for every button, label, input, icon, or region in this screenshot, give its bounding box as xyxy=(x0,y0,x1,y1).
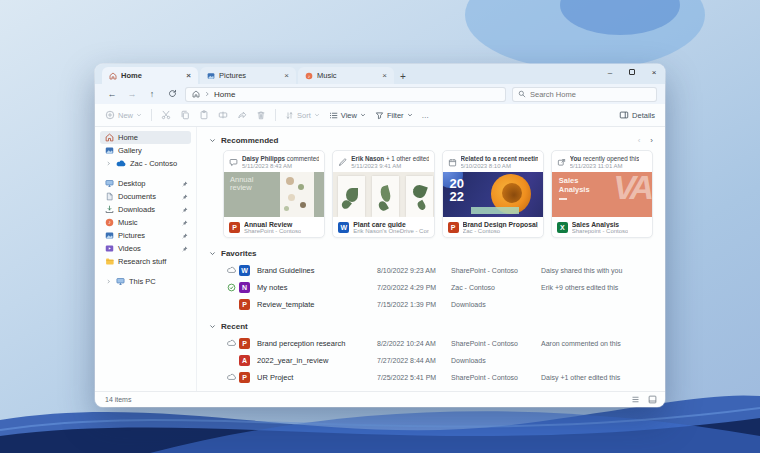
powerpoint-file-icon: P xyxy=(448,222,459,233)
tab-pictures[interactable]: Pictures × xyxy=(200,67,296,84)
file-name: Plant care guide xyxy=(353,221,428,228)
filter-icon xyxy=(375,111,384,120)
file-name: Brand Guidelines xyxy=(257,266,377,275)
tab-music[interactable]: ♪ Music × xyxy=(298,67,394,84)
sidebar-item-label: Desktop xyxy=(118,179,146,188)
sidebar-item-onedrive[interactable]: Zac - Contoso xyxy=(100,157,191,170)
refresh-button[interactable] xyxy=(165,89,179,100)
sidebar-separator xyxy=(95,170,196,177)
sidebar-item-label: Research stuff xyxy=(118,257,166,266)
navigation-pane: Home Gallery Zac - Contoso xyxy=(95,127,197,391)
tab-close-icon[interactable]: × xyxy=(282,71,291,80)
details-button[interactable]: Details xyxy=(619,110,655,120)
carousel-next-icon[interactable]: › xyxy=(650,136,653,145)
chevron-down-icon[interactable] xyxy=(209,323,216,330)
new-button[interactable]: New xyxy=(105,110,142,120)
forward-button[interactable]: → xyxy=(125,89,139,99)
sort-button[interactable]: Sort xyxy=(285,111,320,120)
this-pc-icon xyxy=(116,277,125,286)
gallery-icon xyxy=(105,146,114,155)
cloud-status-icon xyxy=(223,339,239,348)
chevron-right-icon[interactable] xyxy=(105,161,112,166)
card-activity-text: Erik Nason + 1 other edited this 5/11/20… xyxy=(351,155,428,169)
tab-close-icon[interactable]: × xyxy=(184,71,193,80)
file-row-brand-perception-research[interactable]: P Brand perception research 8/2/2022 10:… xyxy=(209,335,653,352)
pdf-file-icon: A xyxy=(239,355,250,366)
file-activity: Daisy +1 other edited this xyxy=(541,374,653,381)
sort-button-label: Sort xyxy=(297,111,311,120)
window-caption-buttons: – × xyxy=(599,64,665,80)
chevron-down-icon xyxy=(136,112,142,118)
search-input[interactable] xyxy=(530,90,651,99)
cut-icon[interactable] xyxy=(161,110,171,120)
carousel-prev-icon[interactable]: ‹ xyxy=(638,136,641,145)
filter-button[interactable]: Filter xyxy=(375,111,413,120)
copy-icon[interactable] xyxy=(180,110,190,120)
recommended-card-plant-care-guide[interactable]: Erik Nason + 1 other edited this 5/11/20… xyxy=(332,150,434,238)
sidebar-item-music[interactable]: ♪ Music xyxy=(100,216,191,229)
pin-icon xyxy=(182,246,188,252)
tab-bar: Home × Pictures × ♪ Music × + – xyxy=(95,64,665,84)
chevron-down-icon[interactable] xyxy=(209,137,216,144)
file-name: Brand Design Proposal_v2022 xyxy=(463,221,538,228)
details-button-label: Details xyxy=(632,111,655,120)
minimize-button[interactable]: – xyxy=(599,64,621,80)
file-row-review-template[interactable]: P Review_template 7/15/2022 1:39 PM Down… xyxy=(209,296,653,313)
chevron-down-icon[interactable] xyxy=(209,250,216,257)
sidebar-separator xyxy=(95,268,196,275)
music-icon: ♪ xyxy=(105,218,114,227)
sidebar-item-downloads[interactable]: Downloads xyxy=(100,203,191,216)
file-date: 7/20/2022 4:29 PM xyxy=(377,284,451,291)
card-file-info: Sales Analysis Sharepoint - Contoso xyxy=(572,221,629,234)
paste-icon[interactable] xyxy=(199,110,209,120)
sidebar-item-label: Music xyxy=(118,218,138,227)
sidebar-item-desktop[interactable]: Desktop xyxy=(100,177,191,190)
card-activity: Daisy Philipps commented on... 5/11/2023… xyxy=(224,151,324,172)
recommended-card-annual-review[interactable]: Daisy Philipps commented on... 5/11/2023… xyxy=(223,150,325,238)
sidebar-item-videos[interactable]: Videos xyxy=(100,242,191,255)
sidebar-item-pictures[interactable]: Pictures xyxy=(100,229,191,242)
card-activity-text: Daisy Philipps commented on... 5/11/2023… xyxy=(242,155,319,169)
details-view-icon[interactable] xyxy=(631,395,640,404)
file-date: 7/27/2022 8:44 AM xyxy=(377,357,451,364)
delete-icon[interactable] xyxy=(256,110,266,120)
sidebar-item-label: Downloads xyxy=(118,205,155,214)
back-button[interactable]: ← xyxy=(105,89,119,99)
tab-home[interactable]: Home × xyxy=(102,67,198,84)
up-button[interactable]: ↑ xyxy=(145,89,159,99)
sidebar-item-home[interactable]: Home xyxy=(100,131,191,144)
file-row-2022-year-in-review[interactable]: A 2022_year_in_review 7/27/2022 8:44 AM … xyxy=(209,352,653,369)
pictures-tab-icon xyxy=(207,72,215,80)
sidebar-item-label: This PC xyxy=(129,277,156,286)
file-row-my-notes[interactable]: N My notes 7/20/2022 4:29 PM Zac - Conto… xyxy=(209,279,653,296)
maximize-button[interactable] xyxy=(621,64,643,80)
large-icons-view-icon[interactable] xyxy=(648,395,657,404)
favorites-section-header: Favorites xyxy=(209,246,653,260)
chevron-down-icon xyxy=(360,112,366,118)
recommended-card-sales-analysis[interactable]: You recently opened this 5/11/2023 11:01… xyxy=(551,150,653,238)
more-options-button[interactable]: … xyxy=(422,111,430,120)
chevron-right-icon[interactable] xyxy=(105,279,112,284)
breadcrumb[interactable]: Home xyxy=(185,87,506,102)
rename-icon[interactable] xyxy=(218,110,228,120)
file-location: SharePoint - Contoso xyxy=(451,267,541,274)
view-button[interactable]: View xyxy=(329,111,366,120)
recommended-card-brand-design-proposal[interactable]: Related to a recent meeting 5/10/2023 8:… xyxy=(442,150,544,238)
close-button[interactable]: × xyxy=(643,64,665,80)
file-row-brand-guidelines[interactable]: W Brand Guidelines 8/10/2022 9:23 AM Sha… xyxy=(209,262,653,279)
new-tab-button[interactable]: + xyxy=(400,72,406,82)
carousel-nav: ‹ › xyxy=(638,136,653,145)
file-row-ur-project[interactable]: P UR Project 7/25/2022 5:41 PM SharePoin… xyxy=(209,369,653,386)
sidebar-item-documents[interactable]: Documents xyxy=(100,190,191,203)
home-icon xyxy=(192,90,200,98)
toolbar-divider xyxy=(151,109,152,121)
file-location: Sharepoint - Contoso xyxy=(572,228,629,234)
share-icon[interactable] xyxy=(237,110,247,120)
tab-close-icon[interactable]: × xyxy=(380,71,389,80)
file-name: UR Project xyxy=(257,373,377,382)
sidebar-item-this-pc[interactable]: This PC xyxy=(100,275,191,288)
sidebar-item-label: Documents xyxy=(118,192,156,201)
sidebar-item-gallery[interactable]: Gallery xyxy=(100,144,191,157)
search-box[interactable] xyxy=(512,87,657,102)
sidebar-item-research-stuff[interactable]: Research stuff xyxy=(100,255,191,268)
